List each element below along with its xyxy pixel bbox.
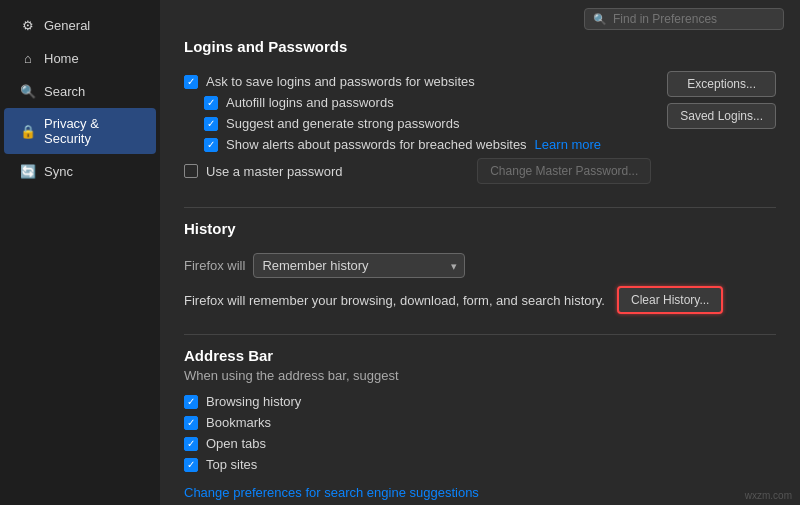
- logins-buttons: Exceptions... Saved Logins...: [667, 71, 776, 129]
- label-ask-save: Ask to save logins and passwords for web…: [206, 74, 475, 89]
- sidebar-item-sync[interactable]: 🔄 Sync: [4, 155, 156, 187]
- address-bar-subtitle: When using the address bar, suggest: [184, 368, 776, 383]
- label-bookmarks: Bookmarks: [206, 415, 271, 430]
- saved-logins-button[interactable]: Saved Logins...: [667, 103, 776, 129]
- clear-history-button[interactable]: Clear History...: [617, 286, 723, 314]
- change-prefs-row: Change preferences for search engine sug…: [184, 485, 776, 500]
- watermark: wxzm.com: [745, 490, 792, 501]
- label-suggest: Suggest and generate strong passwords: [226, 116, 459, 131]
- checkbox-row-open-tabs: Open tabs: [184, 433, 776, 454]
- logins-title: Logins and Passwords: [184, 38, 776, 59]
- home-icon: ⌂: [20, 50, 36, 66]
- checkbox-row-suggest: Suggest and generate strong passwords: [204, 113, 651, 134]
- divider-1: [184, 207, 776, 208]
- exceptions-button[interactable]: Exceptions...: [667, 71, 776, 97]
- checkbox-open-tabs[interactable]: [184, 437, 198, 451]
- learn-more-link[interactable]: Learn more: [535, 137, 601, 152]
- gear-icon: ⚙: [20, 17, 36, 33]
- history-section: History Firefox will Remember history Ne…: [184, 220, 776, 314]
- checkbox-bookmarks[interactable]: [184, 416, 198, 430]
- sidebar-item-privacy[interactable]: 🔒 Privacy & Security: [4, 108, 156, 154]
- sidebar-label-search: Search: [44, 84, 85, 99]
- change-master-password-button[interactable]: Change Master Password...: [477, 158, 651, 184]
- firefox-will-label: Firefox will: [184, 258, 245, 273]
- sidebar-label-sync: Sync: [44, 164, 73, 179]
- address-bar-section: Address Bar When using the address bar, …: [184, 347, 776, 500]
- checkbox-ask-save[interactable]: [184, 75, 198, 89]
- checkbox-master-pw[interactable]: [184, 164, 198, 178]
- label-autofill: Autofill logins and passwords: [226, 95, 394, 110]
- label-master-pw: Use a master password: [206, 164, 343, 179]
- checkbox-alerts[interactable]: [204, 138, 218, 152]
- sync-icon: 🔄: [20, 163, 36, 179]
- logins-button-group: Exceptions... Saved Logins...: [667, 71, 776, 129]
- label-open-tabs: Open tabs: [206, 436, 266, 451]
- history-select[interactable]: Remember history Never remember history …: [253, 253, 465, 278]
- checkbox-browsing-history[interactable]: [184, 395, 198, 409]
- sidebar-label-general: General: [44, 18, 90, 33]
- sidebar: ⚙ General ⌂ Home 🔍 Search 🔒 Privacy & Se…: [0, 0, 160, 505]
- sidebar-item-general[interactable]: ⚙ General: [4, 9, 156, 41]
- address-bar-title: Address Bar: [184, 347, 776, 364]
- logins-checkboxes: Ask to save logins and passwords for web…: [184, 71, 651, 187]
- checkbox-row-browsing-history: Browsing history: [184, 391, 776, 412]
- history-title: History: [184, 220, 776, 241]
- history-select-wrapper: Remember history Never remember history …: [253, 253, 465, 278]
- checkbox-row-autofill: Autofill logins and passwords: [204, 92, 651, 113]
- sidebar-item-home[interactable]: ⌂ Home: [4, 42, 156, 74]
- sidebar-label-home: Home: [44, 51, 79, 66]
- sidebar-label-privacy: Privacy & Security: [44, 116, 140, 146]
- divider-2: [184, 334, 776, 335]
- search-icon: 🔍: [20, 83, 36, 99]
- history-description-text: Firefox will remember your browsing, dow…: [184, 293, 605, 308]
- checkbox-autofill[interactable]: [204, 96, 218, 110]
- logins-layout: Ask to save logins and passwords for web…: [184, 71, 776, 187]
- logins-section: Logins and Passwords Ask to save logins …: [184, 38, 776, 187]
- find-search-icon: 🔍: [593, 13, 607, 26]
- main-content: 🔍 Logins and Passwords Ask to save login…: [160, 0, 800, 505]
- change-prefs-link[interactable]: Change preferences for search engine sug…: [184, 485, 479, 500]
- history-description-row: Firefox will remember your browsing, dow…: [184, 286, 776, 314]
- history-row: Firefox will Remember history Never reme…: [184, 253, 776, 278]
- checkbox-row-alerts: Show alerts about passwords for breached…: [204, 134, 651, 155]
- lock-icon: 🔒: [20, 123, 36, 139]
- top-bar: 🔍: [160, 0, 800, 38]
- sidebar-item-search[interactable]: 🔍 Search: [4, 75, 156, 107]
- checkbox-row-ask-save: Ask to save logins and passwords for web…: [184, 71, 651, 92]
- label-browsing-history: Browsing history: [206, 394, 301, 409]
- preferences-search-input[interactable]: [613, 12, 775, 26]
- content-area: Logins and Passwords Ask to save logins …: [160, 38, 800, 505]
- master-pw-row: Use a master password Change Master Pass…: [184, 155, 651, 187]
- label-top-sites: Top sites: [206, 457, 257, 472]
- preferences-search-box[interactable]: 🔍: [584, 8, 784, 30]
- checkbox-suggest[interactable]: [204, 117, 218, 131]
- checkbox-top-sites[interactable]: [184, 458, 198, 472]
- checkbox-row-bookmarks: Bookmarks: [184, 412, 776, 433]
- label-alerts: Show alerts about passwords for breached…: [226, 137, 527, 152]
- checkbox-row-top-sites: Top sites: [184, 454, 776, 475]
